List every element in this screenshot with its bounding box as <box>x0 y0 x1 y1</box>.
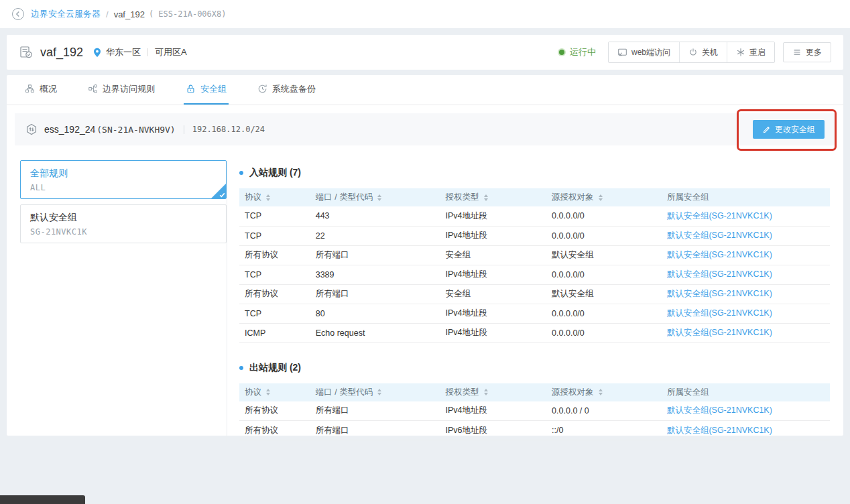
sort-icon[interactable] <box>377 194 381 201</box>
access-rules-icon <box>88 84 98 94</box>
table-row: TCP443IPv4地址段0.0.0.0/0默认安全组(SG-21NVKC1K) <box>239 206 830 226</box>
restart-button[interactable]: 重启 <box>727 42 774 62</box>
security-group-lock-icon <box>186 84 196 94</box>
bullet-dot-icon <box>239 366 243 370</box>
column-header-source[interactable]: 源授权对象 <box>546 188 662 206</box>
security-group-link[interactable]: 默认安全组(SG-21NVKC1K) <box>667 405 772 415</box>
bullet-dot-icon <box>239 171 243 175</box>
disk-backup-icon <box>257 84 267 94</box>
sort-icon[interactable] <box>266 194 270 201</box>
instance-id: ( ESS-21A-006X8) <box>149 9 227 19</box>
column-header-protocol[interactable]: 协议 <box>239 383 310 401</box>
server-icon <box>19 45 34 60</box>
change-security-group-button[interactable]: 更改安全组 <box>753 120 825 139</box>
column-header-port[interactable]: 端口 / 类型代码 <box>310 383 440 401</box>
column-header-protocol[interactable]: 协议 <box>239 188 310 206</box>
browser-status-tooltip <box>0 495 85 504</box>
table-header-row: 协议 端口 / 类型代码 授权类型 源授权对象 所属安全组 <box>239 188 830 206</box>
tab-overview[interactable]: 概况 <box>23 74 59 105</box>
subnet-serial: (SN-21A-NVKH9V) <box>97 125 175 135</box>
instance-title: vaf_192 <box>40 46 83 60</box>
sort-icon[interactable] <box>377 389 381 395</box>
tab-system-disk-backup[interactable]: 系统盘备份 <box>255 74 318 105</box>
breadcrumb-separator: / <box>106 9 109 19</box>
security-group-link[interactable]: 默认安全组(SG-21NVKC1K) <box>667 328 772 337</box>
list-item-subtitle: SG-21NVKC1K <box>30 227 217 237</box>
status-label: 运行中 <box>570 46 596 58</box>
divider <box>147 48 148 56</box>
sort-icon[interactable] <box>599 194 603 201</box>
table-row: TCP80IPv4地址段0.0.0.0/0默认安全组(SG-21NVKC1K) <box>239 304 830 323</box>
status-badge: 运行中 <box>559 46 596 58</box>
action-button-group: web端访问 关机 重启 <box>608 42 775 63</box>
security-group-link[interactable]: 默认安全组(SG-21NVKC1K) <box>667 231 772 240</box>
location-pin-icon <box>93 48 102 58</box>
security-group-content: 全部规则 ALL 默认安全组 SG-21NVKC1K 入站规则 (7) <box>7 153 843 442</box>
table-row: ICMPEcho requestIPv4地址段0.0.0.0/0默认安全组(SG… <box>239 323 830 342</box>
table-row: TCP3389IPv4地址段0.0.0.0/0默认安全组(SG-21NVKC1K… <box>239 265 830 284</box>
column-header-auth-type[interactable]: 授权类型 <box>440 188 547 206</box>
region-label: 华东一区 <box>106 46 141 58</box>
column-header-auth-type[interactable]: 授权类型 <box>440 383 547 401</box>
overview-icon <box>25 84 35 94</box>
subnet-cidr: 192.168.12.0/24 <box>192 125 265 134</box>
security-group-link[interactable]: 默认安全组(SG-21NVKC1K) <box>667 250 772 259</box>
column-header-security-group: 所属安全组 <box>662 383 830 401</box>
security-group-link[interactable]: 默认安全组(SG-21NVKC1K) <box>667 211 772 220</box>
inbound-section-title: 入站规则 (7) <box>239 167 830 179</box>
outbound-rules-table: 协议 端口 / 类型代码 授权类型 源授权对象 所属安全组 所有协议所有端口IP… <box>239 383 830 441</box>
divider <box>184 125 184 134</box>
status-dot-icon <box>559 50 564 55</box>
table-row: TCP22IPv4地址段0.0.0.0/0默认安全组(SG-21NVKC1K) <box>239 226 830 245</box>
power-off-button[interactable]: 关机 <box>679 42 727 62</box>
back-button[interactable] <box>12 8 24 20</box>
security-group-link[interactable]: 默认安全组(SG-21NVKC1K) <box>667 308 772 318</box>
list-item-title: 默认安全组 <box>30 212 217 224</box>
restart-icon <box>736 48 745 57</box>
subnet-name: ess_192_24 <box>44 124 95 135</box>
sort-icon[interactable] <box>599 389 603 395</box>
instance-header: vaf_192 华东一区 可用区A 运行中 web端访问 关机 <box>7 35 843 70</box>
sort-icon[interactable] <box>266 389 270 395</box>
zone-label: 可用区A <box>155 46 187 58</box>
breadcrumb-root-link[interactable]: 边界安全云服务器 <box>31 8 101 20</box>
security-group-list: 全部规则 ALL 默认安全组 SG-21NVKC1K <box>20 160 227 249</box>
list-item-subtitle: ALL <box>30 183 217 192</box>
security-group-link[interactable]: 默认安全组(SG-21NVKC1K) <box>667 426 772 435</box>
pencil-icon <box>762 125 771 134</box>
list-item-default-security-group[interactable]: 默认安全组 SG-21NVKC1K <box>20 204 227 243</box>
table-row: 所有协议所有端口安全组默认安全组默认安全组(SG-21NVKC1K) <box>239 245 830 265</box>
table-row: 所有协议所有端口IPv4地址段0.0.0.0 / 0默认安全组(SG-21NVK… <box>239 401 830 421</box>
security-group-link[interactable]: 默认安全组(SG-21NVKC1K) <box>667 269 772 279</box>
breadcrumb-current: vaf_192 <box>114 9 145 19</box>
tab-border-access-rules[interactable]: 边界访问规则 <box>86 74 157 105</box>
tab-security-group[interactable]: 安全组 <box>184 74 229 105</box>
security-group-link[interactable]: 默认安全组(SG-21NVKC1K) <box>667 289 772 298</box>
list-item-title: 全部规则 <box>30 168 217 180</box>
inbound-rules-table: 协议 端口 / 类型代码 授权类型 源授权对象 所属安全组 TCP443IPv4… <box>239 188 830 343</box>
list-item-all-rules[interactable]: 全部规则 ALL <box>20 160 227 199</box>
table-row: 所有协议所有端口IPv6地址段::/0默认安全组(SG-21NVKC1K) <box>239 421 830 440</box>
column-header-source[interactable]: 源授权对象 <box>546 383 662 401</box>
menu-icon <box>792 48 802 57</box>
main-panel: 概况 边界访问规则 安全组 系统盘备份 <box>7 75 843 436</box>
breadcrumb: 边界安全云服务器 / vaf_192 ( ESS-21A-006X8) <box>0 0 850 28</box>
table-row: 所有协议所有端口安全组默认安全组默认安全组(SG-21NVKC1K) <box>239 284 830 304</box>
tab-bar: 概况 边界访问规则 安全组 系统盘备份 <box>7 75 843 105</box>
chevron-left-icon <box>15 11 21 17</box>
more-button[interactable]: 更多 <box>783 42 831 62</box>
web-access-button[interactable]: web端访问 <box>609 42 679 62</box>
column-header-security-group: 所属安全组 <box>662 188 830 206</box>
hexagon-network-icon <box>25 123 38 135</box>
sort-icon[interactable] <box>484 194 488 201</box>
outbound-section-title: 出站规则 (2) <box>239 362 830 374</box>
check-icon <box>219 192 225 198</box>
rules-tables: 入站规则 (7) 协议 端口 / 类型代码 授权类型 源授权对象 所属安全组 T… <box>227 160 843 442</box>
power-icon <box>688 48 698 57</box>
web-terminal-icon <box>617 48 627 58</box>
column-header-port[interactable]: 端口 / 类型代码 <box>310 188 440 206</box>
sort-icon[interactable] <box>484 389 488 395</box>
security-group-instance-bar: ess_192_24 (SN-21A-NVKH9V) 192.168.12.0/… <box>15 113 835 145</box>
table-header-row: 协议 端口 / 类型代码 授权类型 源授权对象 所属安全组 <box>239 383 830 401</box>
